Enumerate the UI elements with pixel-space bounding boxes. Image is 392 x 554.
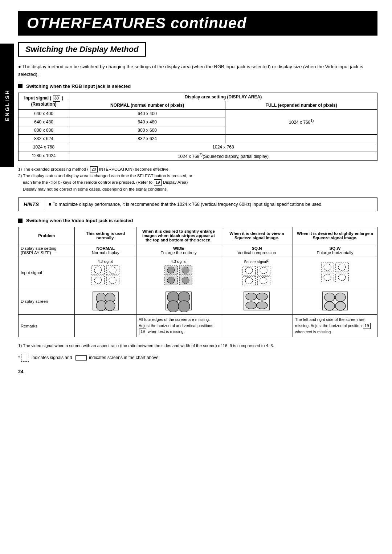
svg-point-49 bbox=[335, 293, 346, 302]
svg-point-31 bbox=[338, 274, 346, 281]
screen-diagram-normal bbox=[91, 290, 120, 312]
rgb-notes: 1) The expanded processing method ( 20 I… bbox=[18, 166, 377, 193]
signal-sqw bbox=[293, 257, 377, 288]
dashed-box-icon bbox=[21, 354, 29, 362]
signal-wide: 4:3 signal bbox=[136, 257, 221, 288]
svg-point-45 bbox=[246, 302, 257, 309]
svg-point-9 bbox=[167, 267, 175, 273]
svg-rect-16 bbox=[243, 266, 256, 275]
svg-point-1 bbox=[94, 267, 102, 273]
signal-diagram-sqw bbox=[320, 262, 350, 282]
svg-point-11 bbox=[182, 267, 189, 273]
sidebar-label: ENGLISH bbox=[4, 89, 10, 121]
svg-point-43 bbox=[246, 293, 257, 300]
signal-diagram-normal bbox=[91, 265, 120, 285]
svg-point-40 bbox=[167, 301, 179, 312]
signal-diagram-sqn bbox=[242, 265, 271, 285]
svg-point-44 bbox=[257, 293, 268, 300]
svg-point-13 bbox=[167, 277, 175, 284]
svg-point-15 bbox=[182, 277, 189, 284]
svg-point-21 bbox=[245, 277, 253, 284]
svg-point-46 bbox=[257, 302, 268, 309]
rgb-table: Input signal ( 30 )(Resolution) Display … bbox=[18, 93, 377, 161]
svg-rect-18 bbox=[257, 266, 270, 275]
rgb-heading: Switching when the RGB input jack is sel… bbox=[18, 83, 377, 89]
table-row: 832 x 624 832 x 624 bbox=[19, 134, 377, 143]
hints-content: ■ To maximize display performance, it is… bbox=[44, 198, 327, 211]
svg-rect-2 bbox=[106, 266, 119, 275]
note-2: 2) The display status and display area i… bbox=[18, 172, 377, 192]
svg-point-51 bbox=[335, 302, 346, 310]
screen-diagram-wide bbox=[164, 290, 193, 312]
remarks-row: Remarks All four edges of the screen are… bbox=[19, 315, 377, 337]
solid-box-icon bbox=[75, 355, 86, 360]
table-header-resolution: Input signal ( 30 )(Resolution) bbox=[19, 93, 69, 109]
signal-sqn: Squeez signal1) bbox=[221, 257, 293, 288]
mode-normal: NORMALNormal display bbox=[75, 244, 136, 257]
mode-wide: WIDEEnlarge the entirety bbox=[136, 244, 221, 257]
table-header-normal: NORMAL (normal number of pixels) bbox=[69, 101, 225, 109]
svg-rect-6 bbox=[106, 276, 119, 285]
video-table: Problem This setting is used normally. W… bbox=[18, 227, 377, 337]
svg-rect-28 bbox=[321, 273, 334, 282]
svg-rect-22 bbox=[257, 276, 270, 285]
svg-point-5 bbox=[94, 277, 102, 284]
screen-wide bbox=[136, 288, 221, 315]
table-header-row: Problem This setting is used normally. W… bbox=[19, 227, 377, 244]
intro-text: ● The display method can be switched by … bbox=[18, 63, 377, 78]
signal-normal: 4:3 signal bbox=[75, 257, 136, 288]
svg-point-36 bbox=[105, 301, 115, 311]
svg-rect-30 bbox=[336, 273, 348, 282]
remark-normal bbox=[75, 315, 136, 337]
mode-sqw: SQ.WEnlarge horizontally bbox=[293, 244, 377, 257]
remark-sqw: The left and right side of the screen ar… bbox=[293, 315, 377, 337]
svg-rect-0 bbox=[92, 266, 105, 275]
sidebar: ENGLISH bbox=[0, 44, 14, 167]
svg-point-27 bbox=[338, 264, 346, 270]
svg-rect-4 bbox=[92, 276, 105, 285]
svg-point-48 bbox=[324, 293, 335, 302]
input-signal-row: Input signal 4:3 signal bbox=[19, 257, 377, 288]
remark-sqn bbox=[221, 315, 293, 337]
col-wide-use: When it is desired to slightly enlarge i… bbox=[136, 227, 221, 244]
video-heading: Switching when the Video Input jack is s… bbox=[18, 218, 377, 223]
footer-legend: * indicates signals and indicates screen… bbox=[18, 354, 377, 362]
display-screen-label: Display screen bbox=[19, 288, 75, 315]
col-sqn-use: When it is desired to view a Squeeze sig… bbox=[221, 227, 293, 244]
remark-wide: All four edges of the screen are missing… bbox=[136, 315, 221, 337]
page-number: 24 bbox=[18, 369, 377, 374]
remarks-label: Remarks bbox=[19, 315, 75, 337]
table-row: 640 x 400 640 x 400 1024 x 7681) bbox=[19, 109, 377, 118]
svg-point-41 bbox=[178, 301, 190, 312]
section-heading: Switching the Display Method bbox=[18, 42, 146, 57]
note-1: 1) The expanded processing method ( 20 I… bbox=[18, 166, 377, 172]
hints-label: HINTS bbox=[19, 198, 44, 211]
svg-point-25 bbox=[324, 264, 331, 270]
mode-sqn: SQ.NVertical compression bbox=[221, 244, 293, 257]
hints-box: HINTS ■ To maximize display performance,… bbox=[18, 197, 377, 211]
page-title: OTHERFEATURES continued bbox=[18, 11, 377, 36]
display-size-row: Display size setting(DISPLAY SIZE) NORMA… bbox=[19, 244, 377, 257]
table-row: 1280 x 1024 1024 x 7682)(Squeezed displa… bbox=[19, 151, 377, 160]
col-normal-use: This setting is used normally. bbox=[75, 227, 136, 244]
bullet-icon bbox=[18, 84, 23, 88]
svg-point-23 bbox=[260, 277, 267, 284]
svg-point-29 bbox=[324, 274, 331, 281]
bullet-icon-2 bbox=[18, 219, 23, 223]
svg-rect-26 bbox=[336, 263, 348, 272]
signal-diagram-wide bbox=[164, 265, 193, 285]
svg-point-50 bbox=[324, 302, 335, 310]
table-header-full: FULL (expanded number of pixels) bbox=[225, 101, 377, 109]
table-header-display-area: Display area setting (DISPLAY AREA) bbox=[69, 93, 377, 101]
col-problem: Problem bbox=[19, 227, 75, 244]
svg-point-7 bbox=[109, 277, 116, 284]
screen-diagram-sqn bbox=[242, 290, 271, 312]
display-screen-row: Display screen bbox=[19, 288, 377, 315]
screen-sqn bbox=[221, 288, 293, 315]
video-footnote-1: 1) The video signal when a screen with a… bbox=[18, 342, 377, 349]
screen-diagram-sqw bbox=[320, 290, 350, 312]
svg-point-19 bbox=[260, 267, 267, 274]
screen-sqw bbox=[293, 288, 377, 315]
svg-point-3 bbox=[109, 267, 116, 273]
svg-point-17 bbox=[245, 267, 253, 274]
